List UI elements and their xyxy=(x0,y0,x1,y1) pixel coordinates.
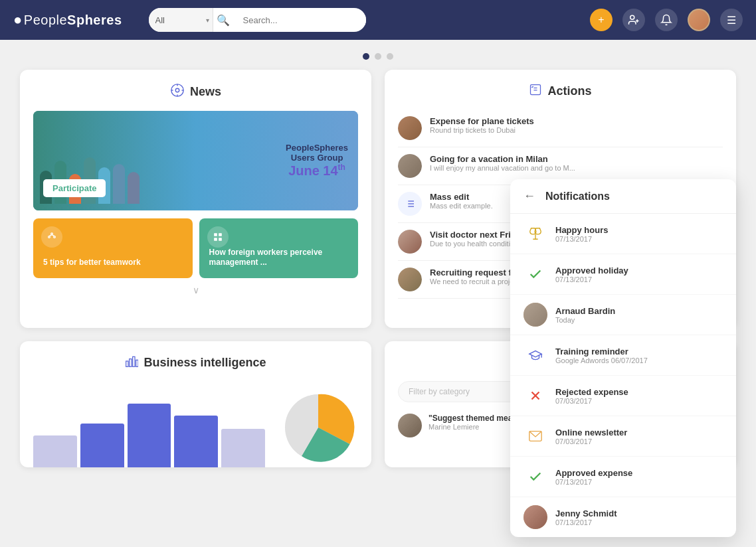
news-card-title: News xyxy=(33,83,358,101)
svg-rect-26 xyxy=(130,359,132,367)
news-event-banner: Participate PeopleSpheresUsers Group Jun… xyxy=(33,111,358,210)
svg-point-7 xyxy=(51,233,53,235)
svg-line-11 xyxy=(52,235,54,236)
notifications-back-button[interactable]: ← xyxy=(523,189,535,203)
svg-rect-14 xyxy=(214,238,217,241)
action-icon-2 xyxy=(398,192,422,216)
notif-name-training: Training reminder xyxy=(555,347,723,356)
notif-item-arnaud[interactable]: Arnaud Bardin Today xyxy=(510,295,736,335)
notif-content-rejected: Rejected expense 07/03/2017 xyxy=(555,387,723,405)
notif-date-rejected: 07/03/2017 xyxy=(555,397,723,405)
bar-2 xyxy=(80,424,124,467)
dot-2[interactable] xyxy=(375,53,381,60)
approved-holiday-icon xyxy=(523,262,547,286)
main-content: News Participate P xyxy=(0,40,756,481)
notif-item-training[interactable]: Training reminder Google Adwords 06/07/2… xyxy=(510,335,736,376)
actions-icon xyxy=(529,83,542,100)
notif-content-approved-expense: Approved expense 07/13/2017 xyxy=(555,468,723,486)
action-subtitle-1: I will enjoy my annual vacation and go t… xyxy=(430,164,723,172)
search-filter[interactable]: All People Documents ▾ xyxy=(149,8,213,32)
notif-item-newsletter[interactable]: Online newsletter 07/03/2017 xyxy=(510,416,736,457)
search-bar: All People Documents ▾ 🔍 xyxy=(149,8,366,32)
bi-title-text: Business intelligence xyxy=(143,356,266,370)
notif-content-happy-hours: Happy hours 07/13/2017 xyxy=(555,225,723,243)
notif-name-jenny: Jenny Schmidt xyxy=(555,508,723,518)
menu-button[interactable]: ☰ xyxy=(720,9,743,31)
bell-button[interactable] xyxy=(655,9,678,31)
bar-1 xyxy=(33,435,77,467)
svg-rect-25 xyxy=(126,361,128,366)
approved-expense-icon xyxy=(523,465,547,489)
action-avatar-3 xyxy=(398,230,422,254)
svg-point-0 xyxy=(630,15,634,19)
event-date: June 14th xyxy=(286,163,348,179)
notif-content-training: Training reminder Google Adwords 06/07/2… xyxy=(555,347,723,364)
notif-content-jenny: Jenny Schmidt 07/13/2017 xyxy=(555,508,723,526)
notif-name-approved-holiday: Approved holiday xyxy=(555,266,723,275)
notif-date-approved-expense: 07/13/2017 xyxy=(555,478,723,486)
notif-item-approved-holiday[interactable]: Approved holiday 07/13/2017 xyxy=(510,254,736,295)
svg-point-9 xyxy=(54,236,56,238)
notifications-title: Notifications xyxy=(545,191,610,202)
action-title-1: Going for a vacation in Milan xyxy=(430,154,723,164)
svg-line-10 xyxy=(49,235,52,236)
action-content-0: Expense for plane tickets Round trip tic… xyxy=(430,116,723,134)
notif-name-approved-expense: Approved expense xyxy=(555,468,723,478)
news-chevron[interactable]: ∨ xyxy=(33,285,358,295)
news-tile-workers-label: How foreign workers perceive management … xyxy=(209,248,349,268)
header-actions: + ☰ xyxy=(590,9,743,31)
action-subtitle-0: Round trip tickets to Dubai xyxy=(430,126,723,134)
news-card: News Participate P xyxy=(20,70,371,328)
notif-name-happy-hours: Happy hours xyxy=(555,225,723,235)
bi-card: Business intelligence xyxy=(20,341,371,467)
dot-3[interactable] xyxy=(387,53,393,60)
bar-3 xyxy=(128,404,171,467)
dot-1[interactable] xyxy=(363,53,369,60)
action-content-1: Going for a vacation in Milan I will enj… xyxy=(430,154,723,172)
search-input[interactable] xyxy=(233,15,366,25)
notif-item-happy-hours[interactable]: Happy hours 07/13/2017 xyxy=(510,214,736,254)
bar-chart xyxy=(33,388,265,467)
notif-date-approved-holiday: 07/13/2017 xyxy=(555,275,723,283)
workers-icon xyxy=(207,226,229,248)
svg-rect-27 xyxy=(133,356,135,366)
action-avatar-0 xyxy=(398,116,422,140)
participate-button[interactable]: Participate xyxy=(43,179,106,197)
svg-rect-13 xyxy=(219,233,222,236)
notif-item-rejected[interactable]: Rejected expense 07/03/2017 xyxy=(510,376,736,416)
news-tile-workers[interactable]: How foreign workers perceive management … xyxy=(199,218,359,278)
notif-content-approved-holiday: Approved holiday 07/13/2017 xyxy=(555,266,723,283)
jenny-avatar xyxy=(523,505,547,529)
notifications-panel: ← Notifications Happy hours 07/13/2017 xyxy=(510,179,736,537)
actions-title-text: Actions xyxy=(547,84,591,98)
search-select[interactable]: All People Documents xyxy=(149,8,213,32)
news-icon xyxy=(170,83,185,101)
action-item-0[interactable]: Expense for plane tickets Round trip tic… xyxy=(398,110,723,147)
notif-date-happy-hours: 07/13/2017 xyxy=(555,235,723,243)
users-button[interactable] xyxy=(622,9,645,31)
svg-rect-15 xyxy=(219,238,222,241)
notif-date-training: Google Adwords 06/07/2017 xyxy=(555,356,723,364)
search-icon: 🔍 xyxy=(213,14,233,27)
action-avatar-4 xyxy=(398,268,422,291)
bi-card-title: Business intelligence xyxy=(33,354,358,371)
notif-item-approved-expense[interactable]: Approved expense 07/13/2017 xyxy=(510,457,736,497)
action-avatar-1 xyxy=(398,154,422,178)
happy-hours-icon xyxy=(523,222,547,246)
svg-rect-16 xyxy=(531,85,541,95)
header: ● PeopleSpheres All People Documents ▾ 🔍… xyxy=(0,0,756,40)
bi-charts xyxy=(33,381,358,467)
user-avatar[interactable] xyxy=(688,9,710,31)
event-title: PeopleSpheresUsers Group xyxy=(286,143,348,163)
news-tile-teamwork[interactable]: 5 tips for better teamwork xyxy=(33,218,193,278)
notif-item-jenny[interactable]: Jenny Schmidt 07/13/2017 xyxy=(510,497,736,537)
training-icon xyxy=(523,343,547,367)
action-title-0: Expense for plane tickets xyxy=(430,116,723,126)
logo: ● PeopleSpheres xyxy=(13,11,122,29)
add-button[interactable]: + xyxy=(590,9,613,31)
notif-name-arnaud: Arnaud Bardin xyxy=(555,306,723,316)
svg-rect-28 xyxy=(136,360,138,366)
newsletter-icon xyxy=(523,424,547,448)
bar-5 xyxy=(221,429,265,467)
notif-name-rejected: Rejected expense xyxy=(555,387,723,397)
